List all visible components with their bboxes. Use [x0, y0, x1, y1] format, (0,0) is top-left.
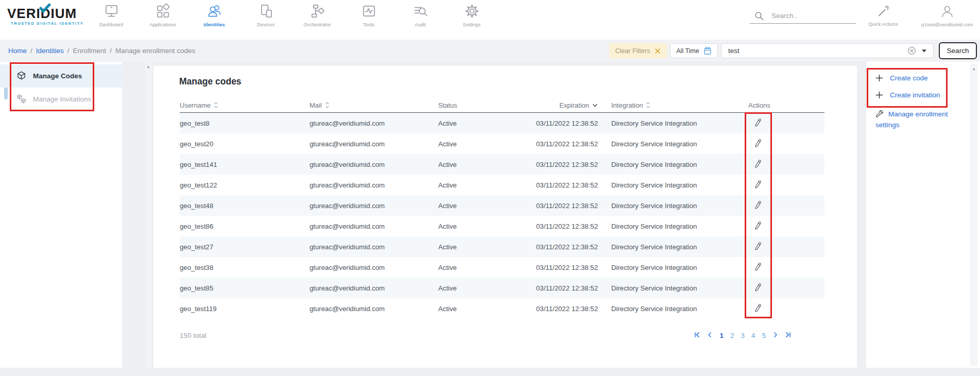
edit-button[interactable]: [752, 179, 764, 192]
table-row[interactable]: geo_test48 gtureac@veridiumid.com Active…: [180, 195, 824, 216]
nav-label: Tools: [363, 22, 374, 27]
cubes-icon: [16, 94, 26, 104]
nav-item-dashboard[interactable]: Dashboard: [85, 3, 137, 27]
column-header-status[interactable]: Status: [438, 101, 536, 109]
cell-actions: [748, 199, 824, 212]
nav-item-applications[interactable]: Applications: [137, 3, 188, 27]
edit-button[interactable]: [752, 241, 764, 253]
column-header-mail[interactable]: Mail: [310, 101, 438, 109]
table-row[interactable]: geo_test122 gtureac@veridiumid.com Activ…: [180, 175, 824, 195]
content-area: Manage Codes Manage Invitations ▲ Manage…: [0, 62, 980, 376]
page-number-3[interactable]: 3: [740, 332, 746, 339]
time-filter-button[interactable]: All Time: [670, 43, 718, 58]
cell-actions: [748, 220, 824, 233]
app-screen: VERIDIUM TRUSTED DIGITAL IDENTITY Dashbo…: [0, 0, 980, 376]
user-menu[interactable]: q'ctest@veridiumid.com: [910, 4, 980, 27]
manage-enrollment-settings-link[interactable]: Manage enrollment settings: [868, 109, 959, 130]
cell-expiration: 03/11/2022 12:38:52: [536, 284, 598, 292]
quick-actions-button[interactable]: Quick Actions: [861, 4, 905, 27]
scroll-up-arrow-icon[interactable]: ▲: [970, 65, 977, 73]
create-invitation-button[interactable]: Create invitation: [875, 91, 980, 99]
column-header-expiration[interactable]: Expiration: [536, 101, 598, 109]
right-panel-scrollbar[interactable]: ▲: [970, 64, 977, 366]
table-row[interactable]: geo_test27 gtureac@veridiumid.com Active…: [180, 236, 824, 257]
first-page-button[interactable]: [693, 332, 701, 339]
sidebar-item-manage-codes[interactable]: Manage Codes: [0, 64, 122, 88]
edit-button[interactable]: [752, 158, 764, 171]
chevron-down-icon[interactable]: [921, 49, 927, 53]
nav-label: Settings: [463, 22, 480, 27]
page-number-5[interactable]: 5: [761, 332, 767, 339]
nav-item-identities[interactable]: Identities: [188, 3, 240, 27]
pencil-icon: [753, 159, 763, 168]
table-row[interactable]: geo_test8 gtureac@veridiumid.com Active …: [180, 113, 824, 133]
clear-filters-label: Clear Filters: [615, 47, 650, 55]
nav-item-audit[interactable]: Audit: [394, 3, 446, 27]
logo-tagline: TRUSTED DIGITAL IDENTITY: [7, 21, 84, 26]
sidebar-item-label: Manage Invitations: [33, 95, 91, 103]
search-button[interactable]: Search: [939, 42, 977, 59]
page-number-1[interactable]: 1: [718, 332, 725, 339]
edit-button[interactable]: [752, 138, 764, 150]
cell-integration: Directory Service Integration: [611, 140, 748, 148]
table-row[interactable]: geo_test86 gtureac@veridiumid.com Active…: [180, 216, 824, 236]
clear-filters-button[interactable]: Clear Filters: [609, 43, 667, 58]
create-code-label: Create code: [890, 74, 928, 82]
next-page-button[interactable]: [771, 332, 780, 339]
nav-item-tools[interactable]: Tools: [343, 3, 394, 27]
sidebar-item-manage-invitations[interactable]: Manage Invitations: [0, 88, 122, 111]
clear-input-icon[interactable]: [907, 46, 916, 55]
time-filter-label: All Time: [676, 47, 699, 55]
table-row[interactable]: geo_test119 gtureac@veridiumid.com Activ…: [180, 298, 824, 319]
cell-expiration: 03/11/2022 12:38:52: [536, 305, 598, 313]
main-scrollbar[interactable]: ▲: [145, 62, 152, 368]
wrench-icon: [875, 109, 884, 118]
breadcrumb-home[interactable]: Home: [8, 47, 27, 55]
column-label: Expiration: [559, 101, 589, 109]
pencil-icon: [753, 118, 763, 127]
column-header-integration[interactable]: Integration: [611, 101, 748, 109]
cell-mail: gtureac@veridiumid.com: [310, 161, 438, 168]
table-row[interactable]: geo_test20 gtureac@veridiumid.com Active…: [180, 133, 824, 154]
quick-actions-label: Quick Actions: [868, 21, 898, 27]
edit-button[interactable]: [752, 117, 764, 130]
last-page-button[interactable]: [784, 332, 793, 339]
global-search[interactable]: [750, 8, 856, 24]
create-code-button[interactable]: Create code: [875, 74, 980, 82]
edit-button[interactable]: [752, 302, 764, 315]
column-label: Username: [180, 101, 211, 109]
column-header-actions: Actions: [748, 101, 824, 109]
previous-page-button[interactable]: [706, 332, 714, 339]
filter-search-input[interactable]: [728, 47, 907, 55]
cell-status: Active: [438, 305, 536, 313]
right-action-panel: Create code Create invitation Manage enr…: [866, 62, 980, 368]
column-header-username[interactable]: Username: [180, 101, 310, 109]
cell-expiration: 03/11/2022 12:38:52: [536, 119, 598, 127]
breadcrumb-separator: /: [67, 47, 70, 55]
table-row[interactable]: geo_test85 gtureac@veridiumid.com Active…: [180, 278, 824, 298]
nav-item-devices[interactable]: Devices: [240, 3, 291, 27]
nav-item-orchestrator[interactable]: Orchestrator: [291, 3, 343, 27]
table-row[interactable]: geo_test38 gtureac@veridiumid.com Active…: [180, 257, 824, 278]
close-icon: [655, 48, 661, 54]
cell-integration: Directory Service Integration: [611, 305, 748, 313]
cell-actions: [748, 302, 824, 315]
user-icon: [940, 4, 955, 19]
chevron-right-icon: [772, 332, 779, 338]
edit-button[interactable]: [752, 261, 764, 274]
page-title: Manage codes: [179, 76, 242, 87]
cell-actions: [748, 179, 824, 192]
breadcrumb-identities[interactable]: Identities: [36, 47, 64, 55]
edit-button[interactable]: [752, 199, 764, 212]
user-email: q'ctest@veridiumid.com: [921, 22, 973, 27]
table-row[interactable]: geo_test141 gtureac@veridiumid.com Activ…: [180, 154, 824, 175]
nav-item-settings[interactable]: Settings: [446, 3, 497, 27]
edit-button[interactable]: [752, 282, 764, 295]
page-number-2[interactable]: 2: [729, 332, 735, 339]
scroll-up-arrow-icon[interactable]: ▲: [145, 63, 152, 71]
global-search-input[interactable]: [771, 12, 849, 20]
cell-expiration: 03/11/2022 12:38:52: [536, 181, 598, 189]
page-number-4[interactable]: 4: [750, 332, 757, 339]
codes-table-body: geo_test8 gtureac@veridiumid.com Active …: [180, 113, 824, 319]
edit-button[interactable]: [752, 220, 764, 233]
